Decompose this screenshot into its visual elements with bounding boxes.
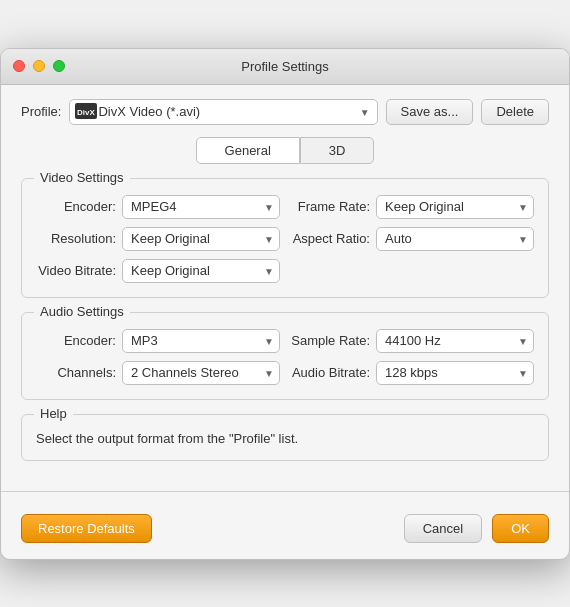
resolution-label: Resolution: bbox=[36, 231, 116, 246]
audio-bitrate-select[interactable]: 128 kbps bbox=[376, 361, 534, 385]
encoder-row: Encoder: MPEG4 ▼ bbox=[36, 195, 280, 219]
audio-encoder-row: Encoder: MP3 ▼ bbox=[36, 329, 280, 353]
tab-3d[interactable]: 3D bbox=[300, 137, 375, 164]
channels-row: Channels: 2 Channels Stereo ▼ bbox=[36, 361, 280, 385]
video-settings-section: Video Settings Encoder: MPEG4 ▼ Frame Ra… bbox=[21, 178, 549, 298]
profile-select[interactable]: DivX Video (*.avi) bbox=[69, 99, 377, 125]
aspect-ratio-row: Aspect Ratio: Auto ▼ bbox=[290, 227, 534, 251]
audio-encoder-label: Encoder: bbox=[36, 333, 116, 348]
titlebar: Profile Settings bbox=[1, 49, 569, 85]
window-title: Profile Settings bbox=[241, 59, 328, 74]
sample-rate-select[interactable]: 44100 Hz bbox=[376, 329, 534, 353]
video-fields-grid: Encoder: MPEG4 ▼ Frame Rate: Keep Origin… bbox=[36, 195, 534, 283]
sample-rate-label: Sample Rate: bbox=[290, 333, 370, 348]
minimize-button[interactable] bbox=[33, 60, 45, 72]
ok-button[interactable]: OK bbox=[492, 514, 549, 543]
empty-cell bbox=[290, 259, 534, 283]
sample-rate-select-wrapper: 44100 Hz ▼ bbox=[376, 329, 534, 353]
audio-fields-grid: Encoder: MP3 ▼ Sample Rate: 44100 Hz bbox=[36, 329, 534, 385]
resolution-select[interactable]: Keep Original bbox=[122, 227, 280, 251]
footer: Restore Defaults Cancel OK bbox=[1, 504, 569, 559]
sample-rate-row: Sample Rate: 44100 Hz ▼ bbox=[290, 329, 534, 353]
resolution-select-wrapper: Keep Original ▼ bbox=[122, 227, 280, 251]
video-bitrate-label: Video Bitrate: bbox=[36, 263, 116, 278]
main-content: Profile: DivX DivX Video (*.avi) ▼ Save … bbox=[1, 85, 569, 491]
footer-divider bbox=[1, 491, 569, 492]
audio-bitrate-row: Audio Bitrate: 128 kbps ▼ bbox=[290, 361, 534, 385]
help-section: Help Select the output format from the "… bbox=[21, 414, 549, 461]
delete-button[interactable]: Delete bbox=[481, 99, 549, 125]
frame-rate-label: Frame Rate: bbox=[290, 199, 370, 214]
audio-encoder-select-wrapper: MP3 ▼ bbox=[122, 329, 280, 353]
audio-settings-title: Audio Settings bbox=[34, 304, 130, 319]
video-bitrate-select-wrapper: Keep Original ▼ bbox=[122, 259, 280, 283]
aspect-ratio-select[interactable]: Auto bbox=[376, 227, 534, 251]
tab-general[interactable]: General bbox=[196, 137, 300, 164]
profile-select-wrapper: DivX DivX Video (*.avi) ▼ bbox=[69, 99, 377, 125]
help-title: Help bbox=[34, 406, 73, 421]
encoder-select[interactable]: MPEG4 bbox=[122, 195, 280, 219]
encoder-select-wrapper: MPEG4 ▼ bbox=[122, 195, 280, 219]
restore-defaults-button[interactable]: Restore Defaults bbox=[21, 514, 152, 543]
tabs-row: General 3D bbox=[21, 137, 549, 164]
cancel-button[interactable]: Cancel bbox=[404, 514, 482, 543]
frame-rate-row: Frame Rate: Keep Original ▼ bbox=[290, 195, 534, 219]
audio-bitrate-select-wrapper: 128 kbps ▼ bbox=[376, 361, 534, 385]
channels-label: Channels: bbox=[36, 365, 116, 380]
aspect-ratio-select-wrapper: Auto ▼ bbox=[376, 227, 534, 251]
resolution-row: Resolution: Keep Original ▼ bbox=[36, 227, 280, 251]
encoder-label: Encoder: bbox=[36, 199, 116, 214]
channels-select-wrapper: 2 Channels Stereo ▼ bbox=[122, 361, 280, 385]
frame-rate-select[interactable]: Keep Original bbox=[376, 195, 534, 219]
save-as-button[interactable]: Save as... bbox=[386, 99, 474, 125]
profile-label: Profile: bbox=[21, 104, 61, 119]
channels-select[interactable]: 2 Channels Stereo bbox=[122, 361, 280, 385]
close-button[interactable] bbox=[13, 60, 25, 72]
help-text: Select the output format from the "Profi… bbox=[36, 431, 534, 446]
profile-row: Profile: DivX DivX Video (*.avi) ▼ Save … bbox=[21, 99, 549, 125]
titlebar-controls bbox=[13, 60, 65, 72]
audio-encoder-select[interactable]: MP3 bbox=[122, 329, 280, 353]
video-bitrate-select[interactable]: Keep Original bbox=[122, 259, 280, 283]
video-bitrate-row: Video Bitrate: Keep Original ▼ bbox=[36, 259, 280, 283]
audio-settings-section: Audio Settings Encoder: MP3 ▼ Sample Rat… bbox=[21, 312, 549, 400]
maximize-button[interactable] bbox=[53, 60, 65, 72]
profile-settings-window: Profile Settings Profile: DivX DivX Vide… bbox=[0, 48, 570, 560]
audio-bitrate-label: Audio Bitrate: bbox=[290, 365, 370, 380]
aspect-ratio-label: Aspect Ratio: bbox=[290, 231, 370, 246]
video-settings-title: Video Settings bbox=[34, 170, 130, 185]
frame-rate-select-wrapper: Keep Original ▼ bbox=[376, 195, 534, 219]
footer-right: Cancel OK bbox=[404, 514, 549, 543]
